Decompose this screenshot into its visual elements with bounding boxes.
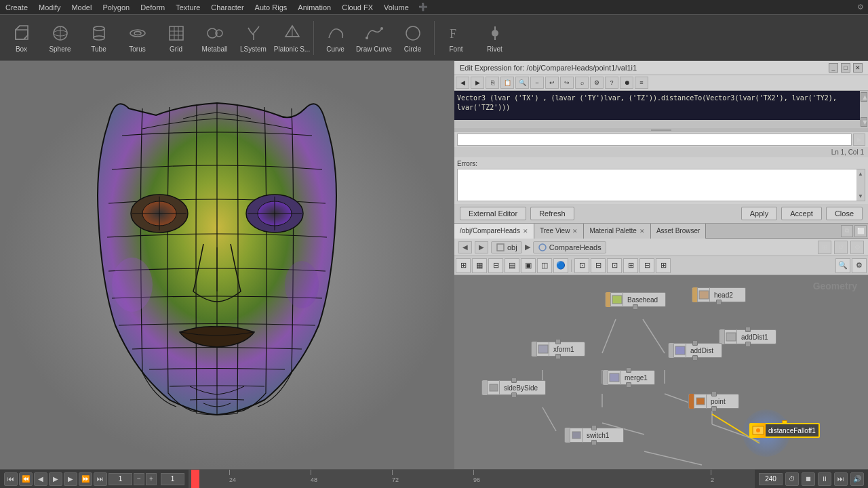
node-sidebyside[interactable]: sideBySide (481, 380, 546, 395)
tab-treeview-close[interactable]: ✕ (572, 228, 578, 235)
menu-polygon[interactable]: Polygon (97, 2, 135, 13)
node-tool-table[interactable]: ⊟ (488, 258, 503, 273)
tool-curve[interactable]: Curve (317, 18, 354, 58)
minimize-btn[interactable]: _ (829, 63, 838, 73)
node-tool-b[interactable]: ⊟ (591, 258, 606, 273)
node-point[interactable]: point (688, 394, 739, 409)
node-tool-settings2[interactable]: ⚙ (852, 258, 867, 273)
maximize-btn[interactable]: □ (841, 63, 850, 73)
viewport[interactable] (0, 61, 454, 469)
expr-input-field[interactable] (457, 134, 852, 146)
timeline-btn-b[interactable]: ⏹ (802, 472, 815, 486)
tool-torus[interactable]: Torus (119, 18, 156, 58)
external-editor-btn[interactable]: External Editor (460, 207, 526, 220)
tool-metaball[interactable]: Metaball (196, 18, 233, 58)
play-to-start-btn[interactable]: ⏮ (4, 472, 18, 486)
node-tool-c[interactable]: ⊡ (607, 258, 622, 273)
tool-box[interactable]: Box (3, 18, 40, 58)
node-tool-e[interactable]: ⊟ (639, 258, 654, 273)
tool-drawcurve[interactable]: Draw Curve (355, 18, 393, 58)
tab-comparehead[interactable]: /obj/CompareHeads ✕ (454, 224, 534, 239)
expr-scroll-down[interactable]: ▼ (861, 117, 867, 127)
menu-model[interactable]: Model (66, 2, 97, 13)
next-key-btn[interactable]: ⏩ (79, 472, 92, 486)
breadcrumb-layout-btn[interactable]: ⊞ (818, 241, 831, 254)
tool-lsystem[interactable]: LSystem (235, 18, 272, 58)
expr-redo-btn[interactable]: ↪ (560, 77, 574, 89)
timeline-ruler[interactable]: 24 48 72 96 2 (189, 470, 755, 489)
tool-grid[interactable]: Grid (157, 18, 195, 58)
menu-autorigs[interactable]: Auto Rigs (250, 2, 293, 13)
timeline-btn-c[interactable]: ⏸ (818, 472, 831, 486)
node-basehead[interactable]: Basehead (605, 292, 666, 307)
play-btn[interactable]: ▶ (49, 472, 62, 486)
expr-search-btn[interactable]: ⌕ (575, 77, 589, 89)
playhead[interactable] (191, 470, 199, 489)
errors-scroll-up-icon[interactable]: ▲ (858, 171, 863, 177)
tool-platonic[interactable]: Platonic S... (273, 18, 311, 58)
node-tool-view3[interactable]: 🔵 (553, 258, 568, 273)
menu-modify[interactable]: Modify (33, 2, 66, 13)
play-to-end-btn[interactable]: ⏭ (94, 472, 107, 486)
apply-btn[interactable]: Apply (741, 207, 778, 220)
expr-undo-btn[interactable]: ↩ (545, 77, 559, 89)
frame-plus-btn[interactable]: + (146, 473, 157, 485)
end-frame-input[interactable] (161, 473, 184, 485)
breadcrumb-settings-btn[interactable]: ⚙ (850, 241, 864, 254)
node-merge1[interactable]: merge1 (602, 370, 655, 385)
tab-material-close[interactable]: ✕ (639, 228, 645, 235)
node-adddist1[interactable]: addDist1 (719, 329, 776, 344)
node-xform1[interactable]: xform1 (531, 342, 585, 357)
node-tool-view1[interactable]: ▣ (521, 258, 536, 273)
breadcrumb-refresh-btn[interactable]: ↺ (834, 241, 848, 254)
node-tool-flag[interactable]: ⊞ (456, 258, 471, 273)
expr-paste-btn[interactable]: 📋 (500, 77, 514, 89)
expr-forward-btn[interactable]: ▶ (471, 77, 484, 89)
timeline-btn-d[interactable]: ⏭ (834, 472, 848, 486)
expr-settings-btn[interactable]: ⚙ (590, 77, 604, 89)
menu-deform[interactable]: Deform (135, 2, 170, 13)
node-head2[interactable]: head2 (692, 287, 746, 302)
tool-circle[interactable]: Circle (394, 18, 431, 58)
expr-text-container[interactable]: Vector3 (lvar ('TX') , (lavar ('TY')lvar… (454, 91, 868, 128)
breadcrumb-obj[interactable]: obj (491, 241, 522, 253)
menu-gear-btn[interactable]: ⚙ (853, 1, 868, 13)
close-btn[interactable]: ✕ (853, 63, 863, 73)
node-distancefalloff[interactable]: distanceFalloff1 (749, 423, 820, 438)
next-frame-btn[interactable]: ▶ (64, 472, 77, 486)
expr-vscrollbar[interactable]: ▲ ▼ (860, 91, 868, 128)
errors-vscrollbar[interactable]: ▲ ▼ (856, 169, 865, 201)
menu-add-btn[interactable]: ➕ (414, 1, 432, 13)
tool-rivet[interactable]: Rivet (476, 18, 513, 58)
node-tool-d[interactable]: ⊞ (623, 258, 638, 273)
expr-scroll-up[interactable]: ▲ (861, 92, 867, 102)
timeline-btn-e[interactable]: 🔊 (850, 472, 864, 486)
node-adddist[interactable]: addDist (668, 343, 722, 358)
tab-expand-btn[interactable]: ⬜ (854, 225, 867, 237)
current-frame-input[interactable]: 1 (108, 473, 132, 485)
node-tool-table2[interactable]: ▤ (505, 258, 519, 273)
errors-box[interactable]: ▲ ▼ (457, 169, 865, 201)
node-tool-search[interactable]: 🔍 (835, 258, 850, 273)
tab-assetbrowser[interactable]: Asset Browser (651, 224, 706, 239)
node-tool-view2[interactable]: ◫ (537, 258, 552, 273)
errors-scroll-down-icon[interactable]: ▼ (858, 193, 863, 199)
expr-back-btn[interactable]: ◀ (456, 77, 469, 89)
frame-minus-btn[interactable]: − (134, 473, 144, 485)
expr-more-btn[interactable]: ≡ (635, 77, 648, 89)
expr-record-btn[interactable]: ⏺ (620, 77, 633, 89)
expr-hscrollbar[interactable] (454, 120, 860, 128)
expr-copy-btn[interactable]: ⎘ (486, 77, 499, 89)
tab-treeview[interactable]: Tree View ✕ (534, 224, 584, 239)
breadcrumb-back-btn[interactable]: ◀ (458, 241, 472, 253)
accept-btn[interactable]: Accept (781, 207, 822, 220)
node-tool-a[interactable]: ⊡ (574, 258, 589, 273)
breadcrumb-compareheads[interactable]: CompareHeads (533, 241, 606, 253)
timeline-btn-a[interactable]: ⏱ (785, 472, 799, 486)
menu-character[interactable]: Character (205, 2, 249, 13)
node-tool-grid[interactable]: ▦ (472, 258, 487, 273)
refresh-btn[interactable]: Refresh (530, 207, 574, 220)
breadcrumb-forward-btn[interactable]: ▶ (475, 241, 488, 253)
expr-help-btn[interactable]: ? (605, 77, 618, 89)
tab-minimize-btn[interactable]: ⧉ (841, 225, 853, 237)
